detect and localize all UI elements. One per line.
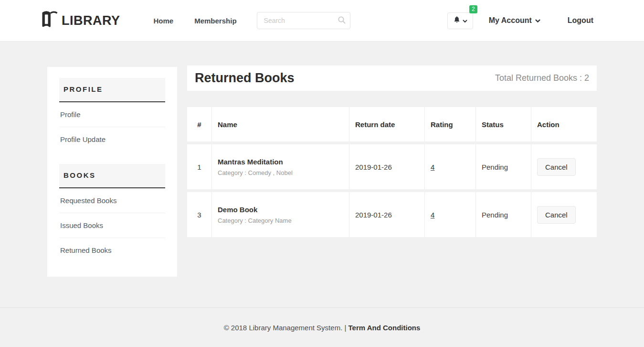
page-footer: © 2018 Library Management System. | Term…	[0, 307, 644, 332]
search-box	[257, 12, 350, 29]
col-header-rating: Rating	[424, 107, 475, 141]
return-date: 2019-01-26	[349, 144, 424, 189]
col-header-name: Name	[211, 107, 349, 141]
book-name: Mantras Meditation	[218, 158, 349, 166]
row-number: 1	[187, 144, 211, 189]
table-row: 3 Demo Book Category : Category Name 201…	[187, 192, 597, 237]
my-account-menu[interactable]: My Account	[489, 16, 540, 25]
total-returned-count: Total Returned Books : 2	[495, 73, 589, 83]
status-text: Pending	[475, 144, 531, 189]
search-input[interactable]	[257, 12, 350, 29]
search-icon	[338, 16, 346, 24]
page-header: Returned Books Total Returned Books : 2	[187, 65, 597, 91]
nav-membership-link[interactable]: Membership	[194, 17, 236, 25]
book-category: Category : Category Name	[218, 217, 349, 224]
chevron-down-icon	[463, 16, 467, 25]
rating-link[interactable]: 4	[431, 163, 434, 171]
status-text: Pending	[475, 192, 531, 237]
page-title: Returned Books	[195, 71, 295, 86]
notification-count-badge: 2	[469, 5, 477, 13]
terms-link[interactable]: Term And Conditions	[348, 324, 421, 332]
brand-logo[interactable]: LIBRARY	[40, 9, 120, 32]
book-name: Demo Book	[218, 206, 349, 214]
sidebar-heading-profile: PROFILE	[59, 78, 165, 102]
cancel-button[interactable]: Cancel	[537, 206, 576, 224]
open-book-icon	[40, 9, 61, 32]
nav-home-link[interactable]: Home	[154, 17, 174, 25]
sidebar: PROFILE Profile Profile Update BOOKS Req…	[47, 67, 177, 277]
main-panel: Returned Books Total Returned Books : 2 …	[187, 65, 597, 240]
cancel-button[interactable]: Cancel	[537, 158, 576, 176]
sidebar-section-profile: PROFILE Profile Profile Update	[59, 78, 165, 152]
brand-name: LIBRARY	[62, 13, 120, 28]
rating-link[interactable]: 4	[431, 211, 434, 219]
col-header-status: Status	[475, 107, 531, 141]
col-header-action: Action	[531, 107, 597, 141]
sidebar-heading-books: BOOKS	[59, 164, 165, 188]
table-header-row: # Name Return date Rating Status Action	[187, 107, 597, 141]
sidebar-item-issued-books[interactable]: Issued Books	[59, 213, 165, 238]
returned-books-table: # Name Return date Rating Status Action …	[187, 104, 597, 240]
bell-icon	[453, 16, 461, 25]
row-number: 3	[187, 192, 211, 237]
sidebar-item-profile-update[interactable]: Profile Update	[59, 127, 165, 152]
return-date: 2019-01-26	[349, 192, 424, 237]
sidebar-item-requested-books[interactable]: Requested Books	[59, 188, 165, 213]
chevron-down-icon	[535, 16, 540, 25]
sidebar-item-returned-books[interactable]: Returned Books	[59, 238, 165, 262]
content-area: PROFILE Profile Profile Update BOOKS Req…	[0, 42, 644, 307]
col-header-return-date: Return date	[349, 107, 424, 141]
notifications-button[interactable]: 2	[447, 12, 473, 29]
navbar-right-group: 2 My Account Logout	[447, 12, 593, 29]
logout-link[interactable]: Logout	[568, 16, 593, 25]
sidebar-item-profile[interactable]: Profile	[59, 102, 165, 127]
col-header-num: #	[187, 107, 211, 141]
book-category: Category : Comedy , Nobel	[218, 169, 349, 176]
table-row: 1 Mantras Meditation Category : Comedy ,…	[187, 144, 597, 189]
copyright-text: © 2018 Library Management System. |	[224, 324, 348, 332]
top-navbar: LIBRARY Home Membership 2	[0, 0, 644, 42]
my-account-label: My Account	[489, 16, 532, 25]
sidebar-section-books: BOOKS Requested Books Issued Books Retur…	[59, 164, 165, 262]
